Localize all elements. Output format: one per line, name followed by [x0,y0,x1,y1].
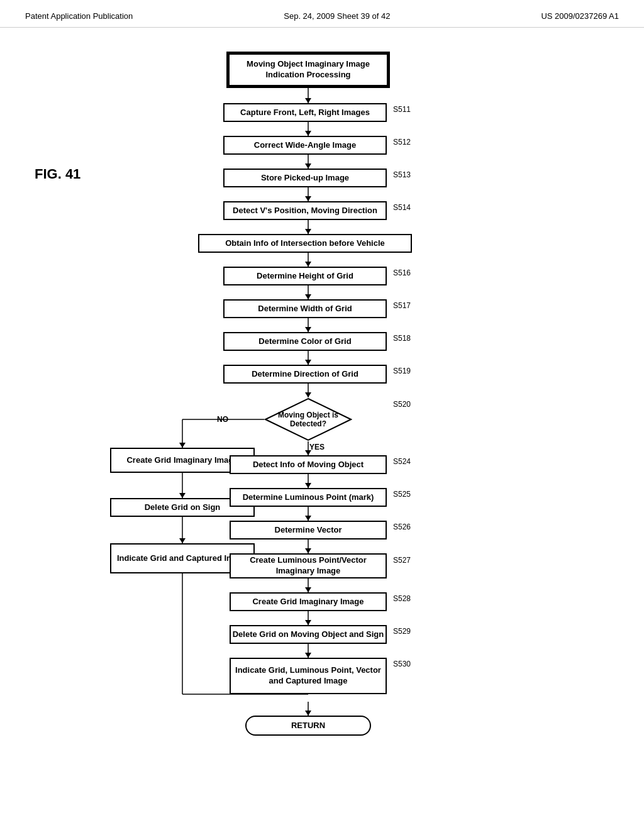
s517-label: S517 [393,301,411,310]
svg-marker-26 [179,493,186,498]
s528-label: S528 [393,594,411,603]
title-box: Moving Object Imaginary ImageIndication … [226,52,390,88]
s528-box: Create Grid Imaginary Image [230,592,387,611]
s525-label: S525 [393,490,411,499]
s527-box: Create Luminous Point/Vector Imaginary I… [230,553,387,578]
s529-box: Delete Grid on Moving Object and Sign [230,625,387,644]
svg-marker-38 [305,620,311,625]
svg-marker-1 [305,98,311,103]
s519-label: S519 [393,367,411,375]
svg-marker-5 [305,163,311,169]
s519-box: Determine Direction of Grid [223,365,387,384]
s512-label: S512 [393,138,411,147]
svg-marker-3 [305,131,311,136]
s518-box: Determine Color of Grid [223,332,387,351]
svg-marker-34 [305,548,311,553]
s515-box: Obtain Info of Intersection before Vehic… [198,234,412,253]
fig-label: FIG. 41 [35,166,80,182]
svg-marker-17 [305,360,311,365]
s516-label: S516 [393,268,411,277]
diagram-area: FIG. 41 [0,28,644,807]
s511-label: S511 [393,105,411,114]
s513-box: Store Picked-up Image [223,169,387,187]
svg-marker-36 [305,587,311,592]
svg-marker-40 [305,653,311,658]
header-middle: Sep. 24, 2009 Sheet 39 of 42 [284,11,390,21]
s516-box: Determine Height of Grid [223,267,387,285]
s520-diamond-text: Moving Object isDetected? [278,411,338,429]
svg-marker-15 [305,327,311,332]
s527-label: S527 [393,556,411,565]
s518-label: S518 [393,334,411,343]
title-text: Moving Object Imaginary ImageIndication … [247,59,370,80]
svg-marker-19 [305,392,311,397]
return-box: RETURN [245,716,371,736]
s514-box: Detect V's Position, Moving Direction [223,201,387,220]
s517-box: Determine Width of Grid [223,299,387,318]
flowchart: Moving Object Imaginary ImageIndication … [101,40,553,795]
svg-marker-32 [305,516,311,521]
s529-label: S529 [393,627,411,636]
s530-box: Indicate Grid, Luminous Point, Vector an… [230,658,387,694]
s512-box: Correct Wide-Angle Image [223,136,387,155]
s520-label: S520 [393,400,411,409]
s514-label: S514 [393,203,411,212]
svg-marker-7 [305,196,311,201]
svg-marker-45 [305,711,311,716]
header-right: US 2009/0237269 A1 [541,11,619,21]
s511-box: Capture Front, Left, Right Images [223,103,387,122]
s530-label: S530 [393,660,411,668]
svg-marker-28 [179,538,186,543]
s524-label: S524 [393,457,411,466]
s513-label: S513 [393,170,411,179]
s524-box: Detect Info of Moving Object [230,455,387,474]
svg-marker-13 [305,294,311,299]
s520-no-label: NO [217,415,228,424]
page-header: Patent Application Publication Sep. 24, … [0,0,644,28]
svg-marker-11 [305,262,311,267]
svg-marker-22 [179,443,186,448]
s520-yes-label: YES [309,443,325,451]
header-left: Patent Application Publication [25,11,133,21]
s525-box: Determine Luminous Point (mark) [230,488,387,507]
s526-label: S526 [393,523,411,531]
s526-box: Determine Vector [230,521,387,540]
s520-diamond: Moving Object isDetected? [264,397,352,441]
svg-marker-30 [305,483,311,488]
svg-marker-9 [305,229,311,234]
